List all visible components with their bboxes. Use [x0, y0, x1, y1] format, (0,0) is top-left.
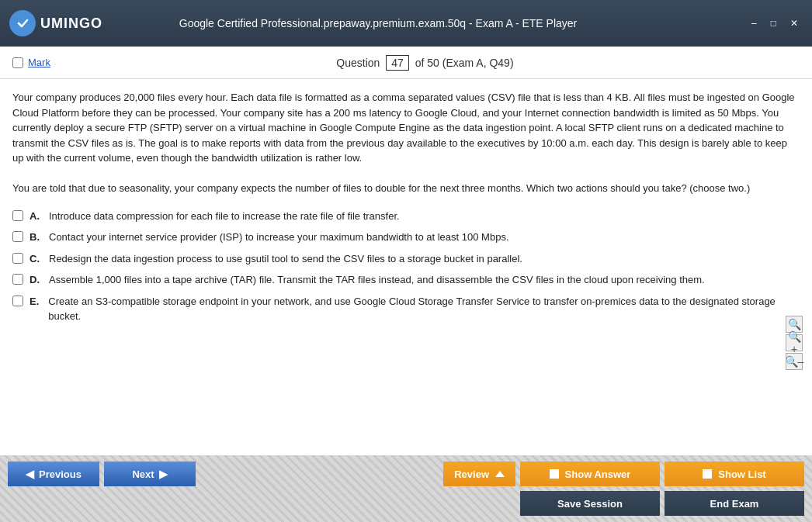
question-label: Question: [336, 57, 380, 69]
option-c: C. Redesign the data ingestion process t…: [12, 251, 800, 267]
question-paragraph: Your company produces 20,000 files every…: [12, 92, 795, 164]
options-list: A. Introduce data compression for each f…: [12, 209, 800, 324]
window-controls: – □ ✕: [747, 16, 803, 30]
option-c-text: Redesign the data ingestion process to u…: [49, 251, 800, 267]
zoom-out-icon: 🔍–: [785, 355, 804, 368]
review-arrow-icon: [495, 471, 505, 477]
content-wrapper: Your company produces 20,000 files every…: [0, 79, 812, 455]
previous-button[interactable]: ◀ Previous: [8, 462, 99, 486]
option-c-checkbox[interactable]: [12, 253, 23, 264]
next-label: Next: [132, 468, 154, 480]
show-answer-label: Show Answer: [565, 468, 631, 480]
zoom-controls: 🔍 🔍+ 🔍–: [786, 316, 803, 370]
review-button[interactable]: Review: [443, 462, 515, 486]
option-b-checkbox[interactable]: [12, 231, 23, 242]
option-e-text: Create an S3-compatible storage endpoint…: [48, 294, 800, 324]
option-d-checkbox[interactable]: [12, 274, 23, 285]
option-b-label: B.: [29, 230, 40, 245]
show-list-button[interactable]: Show List: [665, 462, 804, 486]
main-content: Mark Question 47 of 50 (Exam A, Q49) You…: [0, 47, 812, 455]
button-row-1: ◀ Previous Next ▶ Review Show Answer Sho…: [8, 462, 804, 486]
option-d-label: D.: [29, 272, 40, 288]
option-d-text: Assemble 1,000 files into a tape archive…: [49, 272, 800, 288]
question-header: Mark Question 47 of 50 (Exam A, Q49): [0, 47, 812, 79]
close-button[interactable]: ✕: [786, 16, 803, 30]
zoom-in-button[interactable]: 🔍+: [786, 334, 803, 351]
show-list-label: Show List: [718, 468, 765, 480]
question-text: Your company produces 20,000 files every…: [12, 90, 800, 196]
option-e-label: E.: [29, 294, 39, 309]
bottom-area: ◀ Previous Next ▶ Review Show Answer Sho…: [0, 455, 812, 522]
question-line: You are told that due to seasonality, yo…: [12, 182, 750, 194]
option-b: B. Contact your internet service provide…: [12, 230, 800, 245]
previous-label: Previous: [39, 468, 82, 480]
save-session-button[interactable]: Save Session: [520, 491, 660, 516]
option-d: D. Assemble 1,000 files into a tape arch…: [12, 272, 800, 288]
save-session-label: Save Session: [557, 498, 623, 510]
mark-checkbox[interactable]: [12, 57, 23, 68]
option-a-text: Introduce data compression for each file…: [49, 209, 800, 224]
option-a-checkbox[interactable]: [12, 210, 23, 221]
mark-container: Mark: [12, 57, 50, 68]
question-body: Your company produces 20,000 files every…: [0, 79, 812, 455]
mark-label[interactable]: Mark: [28, 57, 50, 68]
end-exam-label: End Exam: [710, 498, 759, 510]
review-label: Review: [454, 468, 489, 480]
search-icon: 🔍: [788, 318, 801, 330]
question-of-total: of 50 (Exam A, Q49): [415, 57, 514, 69]
minimize-button[interactable]: –: [747, 16, 762, 30]
titlebar: UMINGO Google Certified Professional.pre…: [0, 0, 812, 47]
maximize-button[interactable]: □: [766, 16, 781, 30]
titlebar-title: Google Certified Professional.prepaway.p…: [9, 17, 747, 29]
prev-arrow-icon: ◀: [26, 468, 34, 480]
button-row-2: Save Session End Exam: [8, 491, 804, 516]
show-list-icon: [703, 469, 712, 479]
next-button[interactable]: Next ▶: [104, 462, 196, 486]
next-arrow-icon: ▶: [159, 468, 168, 480]
option-e-checkbox[interactable]: [12, 296, 23, 306]
zoom-in-icon: 🔍+: [786, 330, 802, 355]
question-number-display: Question 47 of 50 (Exam A, Q49): [50, 55, 800, 71]
show-answer-icon: [550, 469, 559, 479]
option-e: E. Create an S3-compatible storage endpo…: [12, 294, 800, 324]
show-answer-button[interactable]: Show Answer: [520, 462, 660, 486]
zoom-out-button[interactable]: 🔍–: [786, 353, 803, 370]
question-num-box: 47: [386, 55, 409, 71]
option-b-text: Contact your internet service provider (…: [49, 230, 800, 245]
option-a: A. Introduce data compression for each f…: [12, 209, 800, 224]
option-c-label: C.: [29, 251, 40, 267]
end-exam-button[interactable]: End Exam: [665, 491, 804, 516]
option-a-label: A.: [29, 209, 40, 224]
